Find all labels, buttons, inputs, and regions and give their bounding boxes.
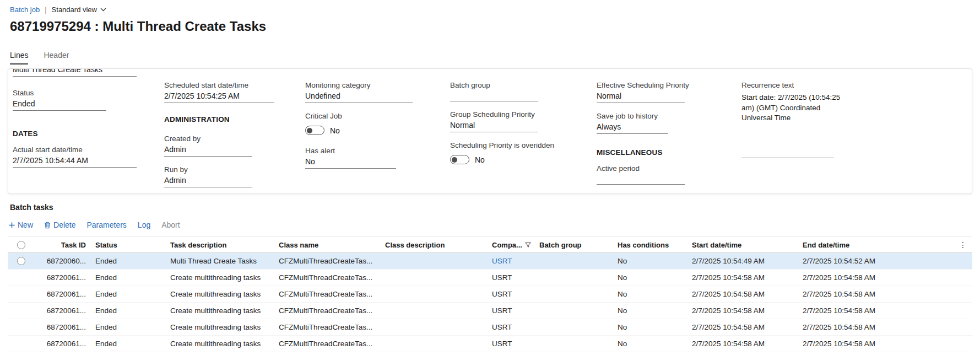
column-header-has-conditions[interactable]: Has conditions	[614, 237, 688, 252]
save-job-to-history-label: Save job to history	[597, 112, 741, 120]
cell-status: Ended	[91, 319, 166, 335]
actual-start-input[interactable]: 2/7/2025 10:54:44 AM	[13, 156, 137, 168]
chevron-down-icon	[100, 8, 106, 12]
column-header-status[interactable]: Status	[91, 237, 166, 252]
has-alert-label: Has alert	[305, 147, 450, 155]
table-row[interactable]: 68720061... Ended Create multithreading …	[8, 303, 972, 319]
column-header-class-description[interactable]: Class description	[381, 237, 488, 252]
table-row[interactable]: 68720061... Ended Create multithreading …	[8, 336, 972, 352]
tab-lines[interactable]: Lines	[10, 51, 28, 64]
breadcrumb: Batch job | Standard view	[10, 6, 106, 14]
dates-section-header: DATES	[13, 130, 164, 138]
column-header-start-datetime[interactable]: Start date/time	[688, 237, 799, 252]
log-button[interactable]: Log	[138, 220, 150, 229]
cell-has-conditions: No	[614, 270, 688, 286]
column-header-task-description[interactable]: Task description	[166, 237, 275, 252]
status-label: Status	[13, 89, 164, 97]
cell-task-id: 68720061...	[34, 319, 91, 335]
critical-job-label: Critical Job	[305, 112, 450, 120]
batch-group-input[interactable]	[450, 92, 538, 101]
form-column-2: Scheduled start date/time 2/7/2025 10:54…	[164, 69, 305, 193]
cell-company[interactable]: USRT	[488, 253, 535, 269]
cell-task-id: 68720061...	[34, 336, 91, 352]
cell-company[interactable]: USRT	[488, 270, 535, 286]
created-by-label: Created by	[164, 135, 305, 143]
cell-has-conditions: No	[614, 303, 688, 319]
new-button[interactable]: New	[9, 220, 33, 229]
form-column-5: Effective Scheduling Priority Normal Sav…	[597, 69, 741, 193]
batch-tasks-rows: 68720060... Ended Multi Thread Create Ta…	[8, 253, 972, 352]
job-description-input[interactable]: Multi Thread Create Tasks	[13, 68, 137, 77]
cell-class-description	[381, 286, 488, 302]
cell-batch-group	[535, 286, 614, 302]
view-selector[interactable]: Standard view	[52, 6, 106, 14]
toggle-off-icon	[305, 126, 324, 135]
scheduling-priority-overridden-value: No	[475, 155, 485, 164]
delete-button[interactable]: Delete	[44, 220, 75, 229]
more-options-icon[interactable]: ⋮	[959, 240, 967, 249]
has-alert-input[interactable]: No	[305, 157, 396, 169]
column-header-end-datetime[interactable]: End date/time	[799, 237, 972, 252]
recurrence-text-value: Start date: 2/7/2025 (10:54:25 am) (GMT)…	[741, 93, 843, 123]
column-header-class-name[interactable]: Class name	[275, 237, 381, 252]
cell-status: Ended	[91, 270, 166, 286]
table-row[interactable]: 68720060... Ended Multi Thread Create Ta…	[8, 253, 972, 270]
save-job-to-history-input[interactable]: Always	[597, 122, 668, 134]
cell-task-id: 68720061...	[34, 286, 91, 302]
trash-icon	[44, 222, 51, 229]
cell-class-description	[381, 270, 488, 286]
column-header-task-id[interactable]: Task ID	[34, 237, 91, 252]
new-button-label: New	[18, 220, 33, 229]
empty-field[interactable]	[741, 148, 834, 158]
effective-scheduling-priority-input[interactable]: Normal	[597, 92, 685, 103]
cell-class-name: CFZMultiThreadCreateTas...	[275, 286, 381, 302]
select-all-radio[interactable]	[17, 241, 25, 249]
cell-status: Ended	[91, 303, 166, 319]
cell-company[interactable]: USRT	[488, 303, 535, 319]
cell-has-conditions: No	[614, 253, 688, 269]
monitoring-category-input[interactable]: Undefined	[305, 92, 413, 103]
batch-tasks-toolbar: New Delete Parameters Log Abort	[9, 220, 180, 229]
filter-icon[interactable]	[525, 242, 531, 248]
active-period-input[interactable]	[597, 175, 685, 185]
cell-batch-group	[535, 253, 614, 269]
group-scheduling-priority-input[interactable]: Normal	[450, 121, 538, 132]
scheduling-priority-overridden-label: Scheduling Priority is overidden	[450, 141, 597, 149]
cell-class-name: CFZMultiThreadCreateTas...	[275, 319, 381, 335]
cell-class-description	[381, 253, 488, 269]
cell-start-datetime: 2/7/2025 10:54:58 AM	[688, 319, 799, 335]
created-by-input[interactable]: Admin	[164, 145, 252, 157]
abort-button[interactable]: Abort	[161, 220, 180, 229]
group-scheduling-priority-label: Group Scheduling Priority	[450, 110, 597, 119]
breadcrumb-divider: |	[45, 6, 46, 14]
table-row[interactable]: 68720061... Ended Create multithreading …	[8, 270, 972, 286]
tab-header[interactable]: Header	[44, 51, 69, 64]
scheduled-start-input[interactable]: 2/7/2025 10:54:25 AM	[164, 92, 274, 103]
parameters-button[interactable]: Parameters	[86, 220, 126, 229]
cell-task-description: Create multithreading tasks	[166, 303, 275, 319]
cell-company[interactable]: USRT	[488, 319, 535, 335]
batch-job-page: Batch job | Standard view 68719975294 : …	[0, 0, 980, 355]
cell-start-datetime: 2/7/2025 10:54:58 AM	[688, 336, 799, 352]
view-selector-label: Standard view	[52, 6, 97, 14]
cell-task-description: Create multithreading tasks	[166, 286, 275, 302]
monitoring-category-label: Monitoring category	[305, 81, 450, 89]
run-by-link[interactable]: Admin	[164, 176, 252, 187]
table-row[interactable]: 68720061... Ended Create multithreading …	[8, 319, 972, 336]
batch-tasks-grid: Task ID Status Task description Class na…	[8, 236, 972, 352]
breadcrumb-batch-job-link[interactable]: Batch job	[10, 6, 40, 14]
scheduling-priority-overridden-toggle[interactable]: No	[450, 155, 485, 164]
parameters-button-label: Parameters	[86, 220, 126, 229]
cell-company[interactable]: USRT	[488, 336, 535, 352]
table-row[interactable]: 68720061... Ended Create multithreading …	[8, 286, 972, 303]
tab-strip: Lines Header	[10, 51, 69, 64]
row-radio[interactable]	[17, 257, 25, 265]
form-column-4: Batch group Group Scheduling Priority No…	[450, 69, 597, 193]
column-header-batch-group[interactable]: Batch group	[535, 237, 614, 252]
critical-job-toggle[interactable]: No	[305, 126, 340, 135]
cell-company[interactable]: USRT	[488, 286, 535, 302]
cell-batch-group	[535, 336, 614, 352]
cell-end-datetime: 2/7/2025 10:54:58 AM	[799, 303, 972, 319]
status-input[interactable]: Ended	[13, 99, 106, 111]
column-header-company[interactable]: Compa...	[488, 237, 535, 252]
